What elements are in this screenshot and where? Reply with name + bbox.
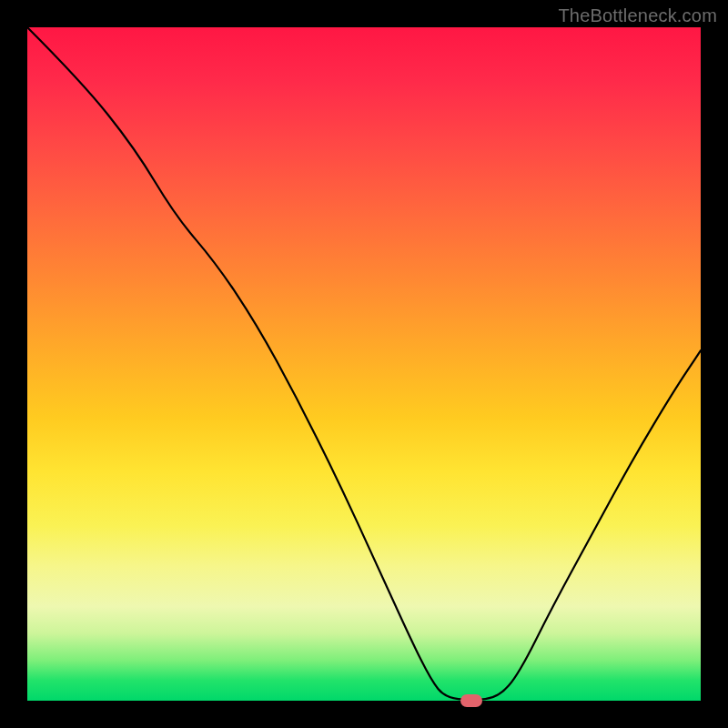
- bottleneck-curve: [27, 27, 701, 701]
- plot-area: [27, 27, 701, 701]
- optimal-point-marker: [460, 694, 482, 707]
- watermark-text: TheBottleneck.com: [558, 5, 717, 26]
- chart-frame: TheBottleneck.com: [0, 0, 728, 728]
